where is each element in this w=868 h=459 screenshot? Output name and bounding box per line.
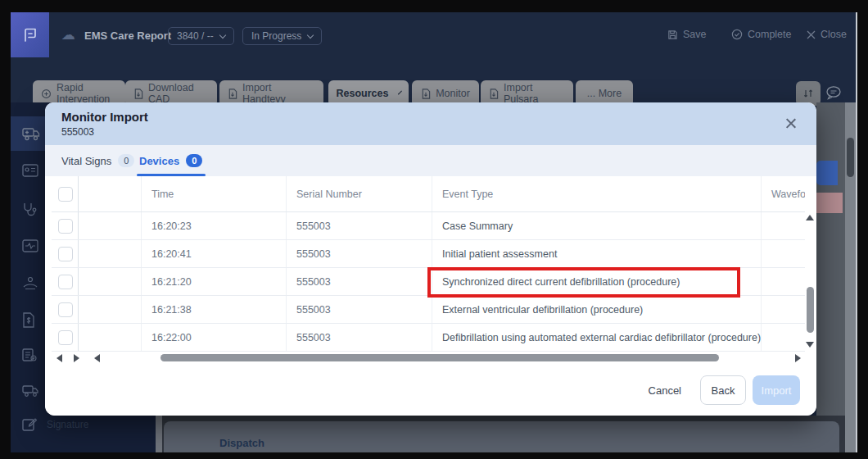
sidebar-item-attachment[interactable]: Attachment	[11, 443, 156, 452]
scroll-left-icon[interactable]	[94, 354, 100, 362]
hand-treatment-icon	[22, 276, 38, 290]
floppy-save-icon	[667, 30, 678, 40]
complete-button[interactable]: Complete	[731, 29, 792, 40]
row-checkbox[interactable]	[58, 275, 73, 289]
row-checkbox[interactable]	[58, 330, 73, 345]
sort-arrows-icon	[802, 88, 814, 99]
row-checkbox[interactable]	[58, 219, 73, 234]
vitals-monitor-icon	[22, 239, 38, 252]
tab-devices-label: Devices	[139, 155, 179, 167]
cell-serial: 555003	[287, 240, 432, 267]
column-header-serial: Serial Number	[287, 176, 432, 211]
scroll-right-icon[interactable]	[795, 354, 801, 362]
dispatch-section-title: Dispatch	[219, 437, 264, 449]
cell-serial: 555003	[287, 324, 432, 351]
cell-waveform	[762, 268, 805, 295]
cell-waveform	[762, 324, 805, 351]
tab-vital-signs[interactable]: Vital Signs 0	[61, 145, 134, 176]
page-scrollbar[interactable]	[845, 102, 856, 452]
import-button[interactable]: Import	[753, 375, 800, 405]
cell-time: 16:20:41	[142, 240, 287, 267]
table-row[interactable]: 16:22:00 555003 Defibrillation using aut…	[52, 324, 805, 352]
cell-event: External ventricular defibrillation (pro…	[432, 296, 762, 323]
logo-icon	[21, 26, 39, 44]
app-logo[interactable]	[11, 12, 49, 57]
modal-title: Monitor Import	[61, 110, 148, 124]
modal-tabs: Vital Signs 0 Devices 0	[45, 145, 816, 176]
table-row[interactable]: 16:21:38 555003 External ventricular def…	[52, 296, 805, 324]
cell-event: Initial patient assessment	[432, 240, 762, 267]
page-scrollbar-thumb[interactable]	[847, 138, 854, 177]
cancel-button[interactable]: Cancel	[642, 375, 688, 405]
scroll-down-icon[interactable]	[806, 342, 814, 348]
close-report-button[interactable]: Close	[807, 29, 847, 40]
screenshot-frame: ☁ EMS Care Report 3840 / -- In Progress …	[0, 0, 868, 459]
cell-serial: 555003	[287, 268, 432, 295]
cell-time: 16:20:23	[142, 212, 287, 239]
file-import-icon	[421, 89, 431, 99]
report-number-dropdown[interactable]: 3840 / --	[168, 27, 234, 45]
tab-devices-count-badge: 0	[186, 154, 202, 167]
cell-event: Case Summary	[432, 212, 762, 239]
truck-icon	[22, 384, 38, 398]
close-x-icon	[807, 30, 816, 39]
billing-file-icon	[22, 312, 35, 328]
tab-vital-signs-label: Vital Signs	[61, 155, 111, 167]
modal-header: Monitor Import 555003	[45, 102, 816, 145]
empty-column-header	[79, 176, 142, 211]
save-button[interactable]: Save	[667, 29, 707, 40]
chat-bubble-icon[interactable]	[825, 85, 842, 103]
app-title: EMS Care Report	[84, 30, 171, 42]
cell-serial: 555003	[287, 212, 432, 239]
scroll-up-icon[interactable]	[806, 215, 814, 220]
file-download-icon	[133, 89, 143, 99]
table-horizontal-scrollbar[interactable]	[52, 352, 816, 364]
scroll-right-icon[interactable]	[74, 354, 79, 362]
dispatch-section-card: Dispatch	[164, 421, 839, 452]
cell-waveform	[762, 212, 805, 239]
background-panel-edge	[156, 416, 162, 452]
back-button[interactable]: Back	[700, 375, 746, 405]
cloud-sync-icon: ☁	[61, 26, 75, 43]
select-all-checkbox[interactable]	[58, 187, 73, 202]
check-circle-icon	[731, 29, 743, 40]
scroll-left-icon[interactable]	[57, 354, 62, 362]
stethoscope-icon	[22, 202, 37, 216]
cell-time: 16:21:38	[142, 296, 287, 323]
cell-waveform	[762, 240, 805, 267]
chevron-down-icon	[307, 31, 314, 38]
ems-app-window: ☁ EMS Care Report 3840 / -- In Progress …	[11, 12, 857, 452]
signature-icon	[22, 417, 37, 432]
rapid-intervention-icon	[41, 89, 52, 99]
modal-close-icon[interactable]	[784, 117, 797, 130]
horizontal-scrollbar-thumb[interactable]	[160, 354, 719, 361]
background-content-sliver	[816, 102, 845, 452]
sidebar-item-label: Signature	[47, 419, 88, 430]
row-checkbox[interactable]	[58, 247, 73, 261]
cell-serial: 555003	[287, 296, 432, 323]
id-card-icon	[22, 164, 38, 177]
monitor-import-modal: Monitor Import 555003 Vital Signs 0 Devi…	[45, 102, 816, 416]
tab-devices[interactable]: Devices 0	[139, 145, 202, 176]
table-row[interactable]: 16:21:20 555003 Synchronized direct curr…	[52, 268, 805, 296]
cell-waveform	[762, 296, 805, 323]
modal-subtitle: 555003	[61, 126, 94, 138]
status-dropdown[interactable]: In Progress	[242, 27, 322, 45]
column-header-waveform: Waveform	[762, 176, 805, 211]
modal-footer: Cancel Back Import	[45, 364, 816, 416]
chevron-down-icon	[219, 31, 225, 38]
vertical-scrollbar-thumb[interactable]	[807, 287, 814, 333]
cell-time: 16:22:00	[142, 324, 287, 351]
column-header-event: Event Type	[432, 176, 762, 211]
background-blue-button-fragment	[816, 161, 838, 185]
tab-vital-signs-count-badge: 0	[118, 154, 134, 167]
ambulance-icon	[22, 126, 40, 141]
table-vertical-scrollbar[interactable]	[805, 212, 816, 352]
cell-event: Defibrillation using automated external …	[432, 324, 762, 351]
notes-file-icon	[22, 348, 37, 362]
table-row[interactable]: 16:20:41 555003 Initial patient assessme…	[52, 240, 805, 268]
file-import-icon	[489, 89, 499, 99]
row-checkbox[interactable]	[58, 302, 73, 317]
table-row[interactable]: 16:20:23 555003 Case Summary	[52, 212, 805, 240]
file-import-icon	[228, 89, 237, 99]
